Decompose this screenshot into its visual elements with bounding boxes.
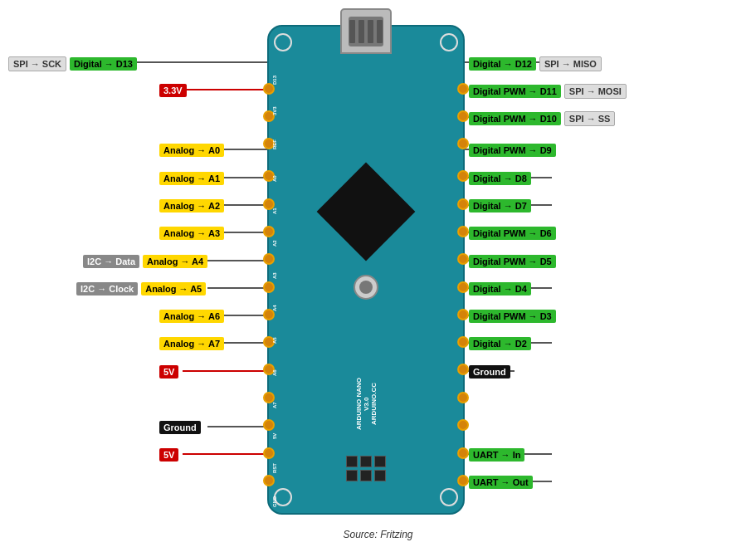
- pin-d3: [457, 336, 469, 348]
- pin-row-a0: Analog → A0: [159, 144, 224, 157]
- board-pin-labels-left: D13 3V3 REF A0 A1 A2 A3 A4 A5 A6 A7 5V R…: [272, 68, 277, 541]
- pin-row-a4: I2C → Data Analog → A4: [83, 255, 207, 268]
- pin-row-a1: Analog → A1: [159, 172, 224, 185]
- digital-d5-label: Digital PWM → D5: [469, 255, 556, 268]
- pin-d7: [457, 226, 469, 237]
- pin-row-d11: Digital PWM → D11 SPI → MOSI: [469, 84, 627, 99]
- pin-row-5v-left2: 5V: [159, 448, 178, 462]
- analog-a7-label: Analog → A7: [159, 337, 224, 350]
- pin-row-d6: Digital PWM → D6: [469, 227, 556, 240]
- digital-d10-label: Digital PWM → D10: [469, 112, 561, 125]
- digital-d7-label: Digital → D7: [469, 199, 531, 212]
- analog-a3-label: Analog → A3: [159, 227, 224, 240]
- pin-row-gnd-left: Ground: [159, 421, 201, 434]
- pin-row-d9: Digital PWM → D9: [469, 144, 556, 157]
- board-circle-br: [440, 488, 458, 506]
- 5v-left-label: 5V: [159, 365, 178, 379]
- pin-d4: [457, 309, 469, 320]
- pin-row-a7: Analog → A7: [159, 337, 224, 350]
- i2c-clock-label: I2C → Clock: [76, 282, 138, 295]
- pin-row-d3: Digital PWM → D3: [469, 310, 556, 323]
- digital-d6-label: Digital PWM → D6: [469, 227, 556, 240]
- pin-tx1: [457, 475, 469, 486]
- digital-d9-label: Digital PWM → D9: [469, 144, 556, 157]
- digital-d4-label: Digital → D4: [469, 282, 531, 295]
- arduino-board: ARDUINO NANOV3.0ARDUINO.CC: [267, 25, 465, 515]
- main-container: ARDUINO NANOV3.0ARDUINO.CC: [0, 0, 756, 547]
- analog-a6-label: Analog → A6: [159, 310, 224, 323]
- spi-sck-label: SPI → SCK: [8, 56, 66, 71]
- icsp-header: [346, 456, 386, 481]
- board-circle-tr: [440, 33, 458, 51]
- spi-ss-label: SPI → SS: [564, 111, 616, 126]
- digital-d3-label: Digital PWM → D3: [469, 310, 556, 323]
- ic-chip: [317, 162, 416, 261]
- pin-row-d8: Digital → D8: [469, 172, 531, 185]
- uart-out-label: UART → Out: [469, 476, 533, 489]
- pin-row-a3: Analog → A3: [159, 227, 224, 240]
- digital-d11-label: Digital PWM → D11: [469, 85, 561, 98]
- 5v-left2-label: 5V: [159, 448, 178, 462]
- ground-left-label: Ground: [159, 421, 201, 434]
- pin-d6: [457, 253, 469, 265]
- pin-row-d5: Digital PWM → D5: [469, 255, 556, 268]
- pin-row-d7: Digital → D7: [469, 199, 531, 212]
- pin-row-tx1: UART → Out: [469, 476, 533, 489]
- analog-a2-label: Analog → A2: [159, 199, 224, 212]
- pin-d11: [457, 110, 469, 122]
- pin-rst-right: [457, 419, 469, 431]
- pin-d10: [457, 138, 469, 149]
- ground-right-label: Ground: [469, 365, 510, 379]
- pin-row-gnd-right: Ground: [469, 365, 510, 379]
- i2c-data-label: I2C → Data: [83, 255, 139, 268]
- pin-row-a5: I2C → Clock Analog → A5: [76, 282, 206, 295]
- pin-d8: [457, 198, 469, 210]
- 3v3-label: 3.3V: [159, 84, 187, 97]
- rst-button: [354, 275, 378, 300]
- pin-rx0: [457, 447, 469, 459]
- digital-d13-label: Digital → D13: [70, 57, 137, 71]
- pin-row-a6: Analog → A6: [159, 310, 224, 323]
- pin-d12: [457, 83, 469, 95]
- digital-d8-label: Digital → D8: [469, 172, 531, 185]
- board-text-nano: ARDUINO NANOV3.0ARDUINO.CC: [355, 378, 378, 430]
- pin-d5: [457, 281, 469, 293]
- board-circle-tl: [274, 33, 292, 51]
- source-text: Source: Fritzing: [343, 529, 412, 540]
- analog-a5-label: Analog → A5: [141, 282, 206, 295]
- pin-row-3v3: 3.3V: [159, 84, 187, 97]
- pin-row-d4: Digital → D4: [469, 282, 531, 295]
- spi-mosi-label: SPI → MOSI: [564, 84, 627, 99]
- spi-miso-label: SPI → MISO: [539, 56, 602, 71]
- digital-d12-label: Digital → D12: [469, 57, 536, 71]
- pin-row-d13: SPI → SCK Digital → D13: [8, 56, 137, 71]
- pin-d9: [457, 170, 469, 182]
- pin-row-5v-left: 5V: [159, 365, 178, 379]
- digital-d2-label: Digital → D2: [469, 337, 531, 350]
- analog-a0-label: Analog → A0: [159, 144, 224, 157]
- pin-d2: [457, 364, 469, 375]
- pin-row-d12: Digital → D12 SPI → MISO: [469, 56, 602, 71]
- analog-a4-label: Analog → A4: [143, 255, 207, 268]
- pin-row-a2: Analog → A2: [159, 199, 224, 212]
- uart-in-label: UART → In: [469, 448, 524, 462]
- pin-gnd-right: [457, 392, 469, 403]
- analog-a1-label: Analog → A1: [159, 172, 224, 185]
- usb-inner: [349, 17, 383, 46]
- pin-row-d10: Digital PWM → D10 SPI → SS: [469, 111, 615, 126]
- usb-connector: [340, 8, 392, 54]
- pin-row-d2: Digital → D2: [469, 337, 531, 350]
- pin-row-rx0: UART → In: [469, 448, 524, 462]
